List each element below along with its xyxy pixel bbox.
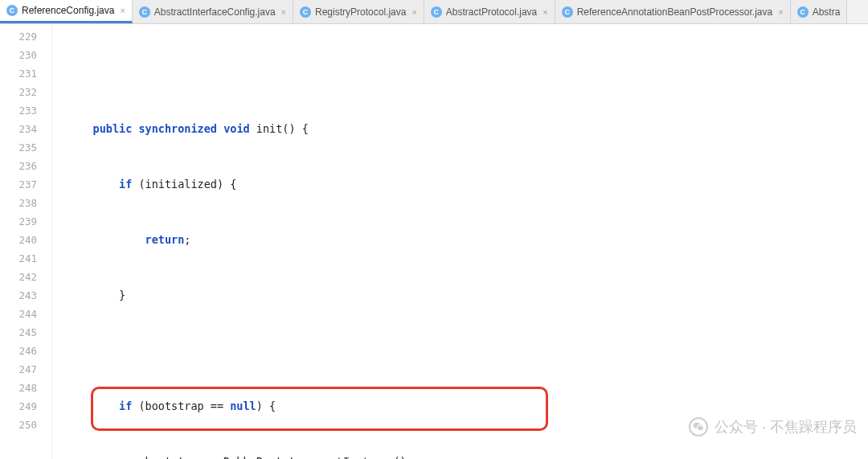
tab-label: ReferenceAnnotationBeanPostProcessor.jav… [577,6,773,18]
tab-label: AbstractProtocol.java [446,6,537,18]
line-number: 232 [0,83,37,101]
line-number: 249 [0,397,37,416]
tab-label: Abstra [813,6,841,18]
close-icon[interactable]: × [118,6,125,15]
java-class-icon: C [300,6,311,18]
tab-registry-protocol[interactable]: C RegistryProtocol.java × [293,0,424,23]
close-icon[interactable]: × [410,7,416,17]
line-number-gutter: 2292302312322332342352362372382392402412… [0,24,52,459]
close-icon[interactable]: × [776,7,783,17]
line-number: 246 [0,342,37,360]
line-number: 238 [0,194,37,212]
tab-reference-annotation-bpp[interactable]: C ReferenceAnnotationBeanPostProcessor.j… [555,0,791,23]
line-number: 243 [0,286,37,305]
tab-abstract-protocol[interactable]: C AbstractProtocol.java × [424,0,555,23]
code-content[interactable]: public synchronized void init() { if (in… [52,24,868,459]
tab-label: RegistryProtocol.java [315,6,406,18]
line-number: 240 [0,231,37,249]
line-number: 247 [0,360,37,379]
tab-label: ReferenceConfig.java [22,5,114,16]
close-icon[interactable]: × [280,7,286,17]
java-class-icon: C [431,6,442,18]
editor-tabs: C ReferenceConfig.java × C AbstractInter… [0,0,868,24]
line-number: 235 [0,138,37,157]
java-class-icon: C [562,6,573,18]
line-number: 236 [0,157,37,175]
tab-label: AbstractInterfaceConfig.java [154,6,276,18]
line-number: 244 [0,305,37,323]
line-number: 229 [0,27,37,46]
line-number: 248 [0,379,37,397]
tab-abstract-interface-config[interactable]: C AbstractInterfaceConfig.java × [133,0,293,23]
tab-reference-config[interactable]: C ReferenceConfig.java × [0,0,133,23]
line-number: 230 [0,46,37,64]
line-number: 241 [0,249,37,268]
line-number: 233 [0,101,37,120]
java-class-icon: C [797,6,809,18]
line-number: 231 [0,64,37,83]
tab-truncated[interactable]: C Abstra [791,0,848,23]
java-class-icon: C [6,5,18,16]
close-icon[interactable]: × [541,7,547,17]
editor-area: 2292302312322332342352362372382392402412… [0,24,868,459]
line-number: 239 [0,212,37,231]
line-number: 234 [0,120,37,138]
java-class-icon: C [139,6,150,18]
line-number: 237 [0,175,37,194]
line-number: 250 [0,416,37,434]
line-number: 245 [0,323,37,342]
line-number: 242 [0,268,37,286]
